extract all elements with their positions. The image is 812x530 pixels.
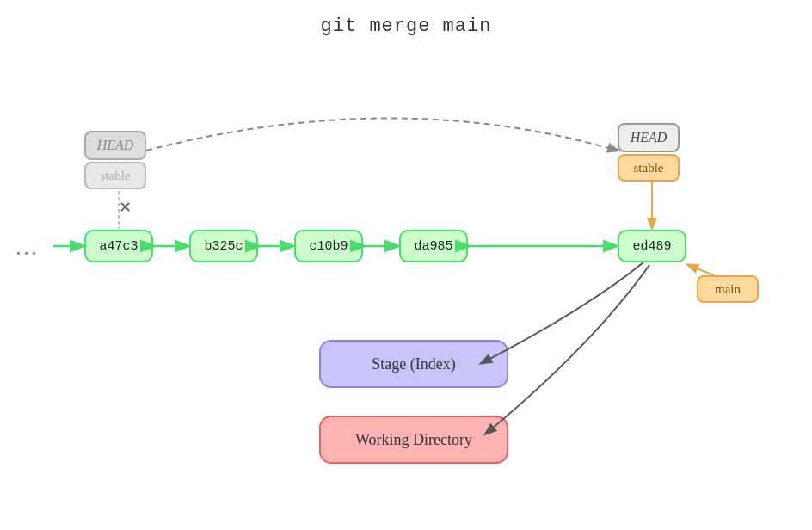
commit-b325c: b325c (189, 230, 258, 262)
cross-mark: ✕ (119, 198, 132, 217)
head-new-label: HEAD (618, 123, 680, 152)
commit-ed489: ed489 (618, 230, 686, 262)
diagram-container: git merge main ··· a47c3 b325c c10b9 da9… (0, 0, 812, 530)
commit-a47c3: a47c3 (84, 230, 153, 262)
main-label: main (697, 275, 759, 303)
stable-new-label: stable (618, 154, 680, 182)
commit-da985: da985 (399, 230, 468, 262)
working-directory-box: Working Directory (319, 416, 508, 464)
svg-line-7 (688, 265, 714, 275)
stage-box: Stage (Index) (319, 340, 508, 388)
head-old-label: HEAD (84, 131, 146, 160)
commit-c10b9: c10b9 (294, 230, 363, 262)
page-title: git merge main (0, 0, 812, 37)
stable-old-label: stable (84, 162, 146, 189)
dots-ellipsis: ··· (15, 240, 39, 268)
